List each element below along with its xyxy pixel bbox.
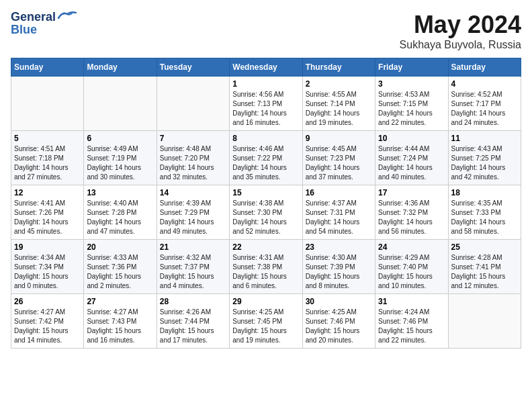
table-row xyxy=(157,77,229,131)
day-number: 2 xyxy=(306,79,372,89)
day-number: 18 xyxy=(451,188,518,197)
table-row: 19 Sunrise: 4:34 AMSunset: 7:34 PMDaylig… xyxy=(11,240,84,294)
day-number: 14 xyxy=(160,188,226,197)
table-row: 29 Sunrise: 4:25 AMSunset: 7:45 PMDaylig… xyxy=(230,294,302,349)
day-info: Sunrise: 4:31 AMSunset: 7:38 PMDaylight:… xyxy=(232,253,299,291)
table-row: 25 Sunrise: 4:28 AMSunset: 7:41 PMDaylig… xyxy=(448,240,521,294)
table-row: 1 Sunrise: 4:56 AMSunset: 7:13 PMDayligh… xyxy=(230,77,302,131)
col-thursday: Thursday xyxy=(302,58,375,77)
day-number: 31 xyxy=(378,297,445,306)
table-row: 24 Sunrise: 4:29 AMSunset: 7:40 PMDaylig… xyxy=(375,240,448,294)
day-number: 21 xyxy=(160,242,226,252)
day-info: Sunrise: 4:43 AMSunset: 7:25 PMDaylight:… xyxy=(451,144,518,182)
day-info: Sunrise: 4:30 AMSunset: 7:39 PMDaylight:… xyxy=(306,253,372,291)
day-number: 17 xyxy=(378,188,445,197)
day-info: Sunrise: 4:37 AMSunset: 7:31 PMDaylight:… xyxy=(306,199,372,236)
table-row: 2 Sunrise: 4:55 AMSunset: 7:14 PMDayligh… xyxy=(302,77,375,131)
day-number: 12 xyxy=(14,188,81,197)
calendar-week-row: 12 Sunrise: 4:41 AMSunset: 7:26 PMDaylig… xyxy=(11,185,521,240)
logo-bird-icon xyxy=(57,10,77,22)
day-number: 5 xyxy=(14,134,81,143)
table-row: 11 Sunrise: 4:43 AMSunset: 7:25 PMDaylig… xyxy=(448,131,521,185)
table-row: 28 Sunrise: 4:26 AMSunset: 7:44 PMDaylig… xyxy=(157,294,229,349)
logo-blue-text: Blue xyxy=(11,23,37,37)
day-number: 20 xyxy=(87,242,153,252)
table-row: 14 Sunrise: 4:39 AMSunset: 7:29 PMDaylig… xyxy=(157,185,229,240)
table-row: 8 Sunrise: 4:46 AMSunset: 7:22 PMDayligh… xyxy=(230,131,302,185)
day-number: 15 xyxy=(232,188,299,197)
table-row: 23 Sunrise: 4:30 AMSunset: 7:39 PMDaylig… xyxy=(302,240,375,294)
day-number: 24 xyxy=(378,242,445,252)
day-number: 30 xyxy=(306,297,372,306)
table-row: 17 Sunrise: 4:36 AMSunset: 7:32 PMDaylig… xyxy=(375,185,448,240)
table-row: 21 Sunrise: 4:32 AMSunset: 7:37 PMDaylig… xyxy=(157,240,229,294)
day-info: Sunrise: 4:25 AMSunset: 7:45 PMDaylight:… xyxy=(232,308,299,345)
day-number: 1 xyxy=(232,79,299,89)
day-info: Sunrise: 4:40 AMSunset: 7:28 PMDaylight:… xyxy=(87,199,153,236)
day-number: 26 xyxy=(14,297,81,306)
calendar-week-row: 19 Sunrise: 4:34 AMSunset: 7:34 PMDaylig… xyxy=(11,240,521,294)
table-row: 30 Sunrise: 4:25 AMSunset: 7:46 PMDaylig… xyxy=(302,294,375,349)
table-row: 9 Sunrise: 4:45 AMSunset: 7:23 PMDayligh… xyxy=(302,131,375,185)
month-year-title: May 2024 xyxy=(400,11,521,39)
table-row: 3 Sunrise: 4:53 AMSunset: 7:15 PMDayligh… xyxy=(375,77,448,131)
day-info: Sunrise: 4:35 AMSunset: 7:33 PMDaylight:… xyxy=(451,199,518,236)
table-row: 12 Sunrise: 4:41 AMSunset: 7:26 PMDaylig… xyxy=(11,185,84,240)
table-row xyxy=(11,77,84,131)
day-number: 29 xyxy=(232,297,299,306)
table-row: 22 Sunrise: 4:31 AMSunset: 7:38 PMDaylig… xyxy=(230,240,302,294)
table-row: 16 Sunrise: 4:37 AMSunset: 7:31 PMDaylig… xyxy=(302,185,375,240)
day-number: 9 xyxy=(306,134,372,143)
table-row: 20 Sunrise: 4:33 AMSunset: 7:36 PMDaylig… xyxy=(84,240,157,294)
day-info: Sunrise: 4:52 AMSunset: 7:17 PMDaylight:… xyxy=(451,90,518,128)
calendar-table: Sunday Monday Tuesday Wednesday Thursday… xyxy=(11,58,521,349)
day-info: Sunrise: 4:26 AMSunset: 7:44 PMDaylight:… xyxy=(160,308,226,345)
day-info: Sunrise: 4:53 AMSunset: 7:15 PMDaylight:… xyxy=(378,90,445,128)
day-info: Sunrise: 4:29 AMSunset: 7:40 PMDaylight:… xyxy=(378,253,445,291)
col-tuesday: Tuesday xyxy=(157,58,229,77)
day-number: 16 xyxy=(306,188,372,197)
day-number: 4 xyxy=(451,79,518,89)
day-number: 19 xyxy=(14,242,81,252)
day-info: Sunrise: 4:34 AMSunset: 7:34 PMDaylight:… xyxy=(14,253,81,291)
day-info: Sunrise: 4:56 AMSunset: 7:13 PMDaylight:… xyxy=(232,90,299,128)
col-monday: Monday xyxy=(84,58,157,77)
table-row: 26 Sunrise: 4:27 AMSunset: 7:42 PMDaylig… xyxy=(11,294,84,349)
calendar-week-row: 26 Sunrise: 4:27 AMSunset: 7:42 PMDaylig… xyxy=(11,294,521,349)
table-row xyxy=(448,294,521,349)
day-number: 22 xyxy=(232,242,299,252)
day-info: Sunrise: 4:46 AMSunset: 7:22 PMDaylight:… xyxy=(232,144,299,182)
day-info: Sunrise: 4:48 AMSunset: 7:20 PMDaylight:… xyxy=(160,144,226,182)
day-info: Sunrise: 4:24 AMSunset: 7:46 PMDaylight:… xyxy=(378,308,445,345)
day-info: Sunrise: 4:44 AMSunset: 7:24 PMDaylight:… xyxy=(378,144,445,182)
day-number: 6 xyxy=(87,134,153,143)
location-subtitle: Sukhaya Buyvola, Russia xyxy=(400,39,521,51)
day-info: Sunrise: 4:27 AMSunset: 7:43 PMDaylight:… xyxy=(87,308,153,345)
table-row: 15 Sunrise: 4:38 AMSunset: 7:30 PMDaylig… xyxy=(230,185,302,240)
day-number: 8 xyxy=(232,134,299,143)
table-row: 18 Sunrise: 4:35 AMSunset: 7:33 PMDaylig… xyxy=(448,185,521,240)
day-number: 7 xyxy=(160,134,226,143)
table-row: 5 Sunrise: 4:51 AMSunset: 7:18 PMDayligh… xyxy=(11,131,84,185)
calendar-week-row: 5 Sunrise: 4:51 AMSunset: 7:18 PMDayligh… xyxy=(11,131,521,185)
table-row: 13 Sunrise: 4:40 AMSunset: 7:28 PMDaylig… xyxy=(84,185,157,240)
day-info: Sunrise: 4:38 AMSunset: 7:30 PMDaylight:… xyxy=(232,199,299,236)
day-info: Sunrise: 4:33 AMSunset: 7:36 PMDaylight:… xyxy=(87,253,153,291)
col-saturday: Saturday xyxy=(448,58,521,77)
day-info: Sunrise: 4:25 AMSunset: 7:46 PMDaylight:… xyxy=(306,308,372,345)
day-info: Sunrise: 4:32 AMSunset: 7:37 PMDaylight:… xyxy=(160,253,226,291)
table-row: 10 Sunrise: 4:44 AMSunset: 7:24 PMDaylig… xyxy=(375,131,448,185)
day-info: Sunrise: 4:49 AMSunset: 7:19 PMDaylight:… xyxy=(87,144,153,182)
col-friday: Friday xyxy=(375,58,448,77)
table-row xyxy=(84,77,157,131)
day-info: Sunrise: 4:36 AMSunset: 7:32 PMDaylight:… xyxy=(378,199,445,236)
col-wednesday: Wednesday xyxy=(230,58,302,77)
table-row: 27 Sunrise: 4:27 AMSunset: 7:43 PMDaylig… xyxy=(84,294,157,349)
day-number: 10 xyxy=(378,134,445,143)
day-number: 25 xyxy=(451,242,518,252)
day-number: 27 xyxy=(87,297,153,306)
table-row: 4 Sunrise: 4:52 AMSunset: 7:17 PMDayligh… xyxy=(448,77,521,131)
day-info: Sunrise: 4:28 AMSunset: 7:41 PMDaylight:… xyxy=(451,253,518,291)
day-number: 11 xyxy=(451,134,518,143)
calendar-header-row: Sunday Monday Tuesday Wednesday Thursday… xyxy=(11,58,521,77)
